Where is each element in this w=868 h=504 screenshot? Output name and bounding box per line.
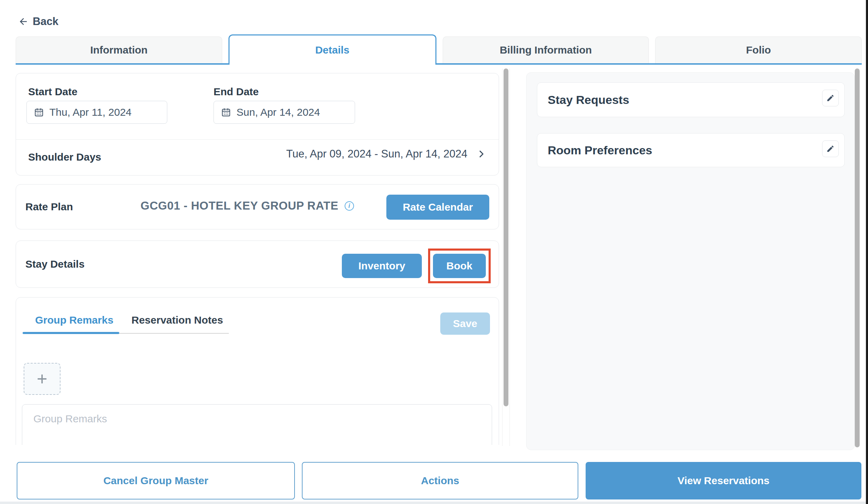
pencil-icon xyxy=(826,94,835,102)
pencil-icon xyxy=(826,145,835,153)
left-scrollbar-track[interactable] xyxy=(502,68,510,446)
group-master-details-page: Back Information Details Billing Informa… xyxy=(0,0,868,504)
screen-right-edge xyxy=(866,0,868,504)
details-left-column: Start Date End Date Thu, Apr 11, 2024 xyxy=(16,73,500,445)
tab-billing-information-label: Billing Information xyxy=(500,44,592,56)
actions-button[interactable]: Actions xyxy=(302,462,578,499)
room-preferences-card: Room Preferences xyxy=(537,133,845,167)
start-date-value: Thu, Apr 11, 2024 xyxy=(49,106,131,118)
rate-plan-value-row: GCG01 - HOTEL KEY GROUP RATE i xyxy=(140,199,354,212)
calendar-icon xyxy=(34,107,44,117)
inventory-button[interactable]: Inventory xyxy=(342,254,422,278)
chevron-right-icon xyxy=(476,148,486,160)
plus-icon: + xyxy=(37,368,47,389)
rate-calendar-button[interactable]: Rate Calendar xyxy=(386,195,489,220)
back-arrow-icon xyxy=(17,16,29,27)
room-preferences-title: Room Preferences xyxy=(548,144,652,157)
edit-stay-requests-button[interactable] xyxy=(822,90,839,106)
view-reservations-button[interactable]: View Reservations xyxy=(586,462,861,499)
rate-plan-card: Rate Plan GCG01 - HOTEL KEY GROUP RATE i… xyxy=(16,184,499,229)
shoulder-days-row[interactable]: Tue, Apr 09, 2024 - Sun, Apr 14, 2024 xyxy=(286,148,486,160)
stay-requests-title: Stay Requests xyxy=(548,93,629,107)
rate-plan-value: GCG01 - HOTEL KEY GROUP RATE xyxy=(140,199,338,212)
tab-underline-track xyxy=(119,333,229,334)
tab-information-label: Information xyxy=(90,44,147,56)
start-date-label: Start Date xyxy=(28,86,78,98)
cancel-group-master-button[interactable]: Cancel Group Master xyxy=(17,462,295,499)
stay-details-label: Stay Details xyxy=(25,258,85,270)
shoulder-days-value: Tue, Apr 09, 2024 - Sun, Apr 14, 2024 xyxy=(286,148,467,160)
calendar-icon xyxy=(221,107,231,117)
active-tab-underline xyxy=(23,332,119,334)
tab-folio-label: Folio xyxy=(746,44,771,56)
tabbar-underline xyxy=(16,63,862,65)
right-scrollbar-thumb[interactable] xyxy=(855,68,860,447)
tab-details[interactable]: Details xyxy=(228,34,436,65)
tab-reservation-notes[interactable]: Reservation Notes xyxy=(131,314,223,326)
right-scrollbar-track[interactable] xyxy=(854,68,860,449)
save-button[interactable]: Save xyxy=(440,312,490,335)
right-panel: Stay Requests Room Preferences xyxy=(526,72,855,450)
tab-billing-information[interactable]: Billing Information xyxy=(443,36,649,63)
dates-card: Start Date End Date Thu, Apr 11, 2024 xyxy=(16,73,499,176)
tab-bar: Information Details Billing Information … xyxy=(16,34,862,65)
end-date-label: End Date xyxy=(214,86,259,98)
stay-requests-card: Stay Requests xyxy=(537,82,845,117)
edit-room-preferences-button[interactable] xyxy=(822,140,839,157)
start-date-input[interactable]: Thu, Apr 11, 2024 xyxy=(26,101,167,124)
tab-information[interactable]: Information xyxy=(16,36,222,63)
remarks-card: Group Remarks Reservation Notes Save + xyxy=(16,297,499,445)
divider xyxy=(16,139,499,140)
click-target-annotation: Book xyxy=(428,249,491,283)
end-date-value: Sun, Apr 14, 2024 xyxy=(236,106,320,118)
end-date-input[interactable]: Sun, Apr 14, 2024 xyxy=(214,101,355,124)
bottom-edge-strip xyxy=(0,502,868,504)
back-label: Back xyxy=(33,15,58,28)
tab-folio[interactable]: Folio xyxy=(655,36,862,63)
tab-details-label: Details xyxy=(315,44,349,56)
tab-group-remarks[interactable]: Group Remarks xyxy=(35,314,113,326)
info-icon[interactable]: i xyxy=(345,201,354,211)
shoulder-days-label: Shoulder Days xyxy=(28,151,101,163)
add-remark-button[interactable]: + xyxy=(24,363,61,395)
stay-details-card: Stay Details Inventory Book xyxy=(16,241,499,288)
group-remarks-textarea[interactable] xyxy=(22,404,492,445)
left-scrollbar-thumb[interactable] xyxy=(504,68,508,406)
back-button[interactable]: Back xyxy=(17,15,58,28)
rate-plan-label: Rate Plan xyxy=(25,201,73,213)
book-button[interactable]: Book xyxy=(433,254,486,278)
